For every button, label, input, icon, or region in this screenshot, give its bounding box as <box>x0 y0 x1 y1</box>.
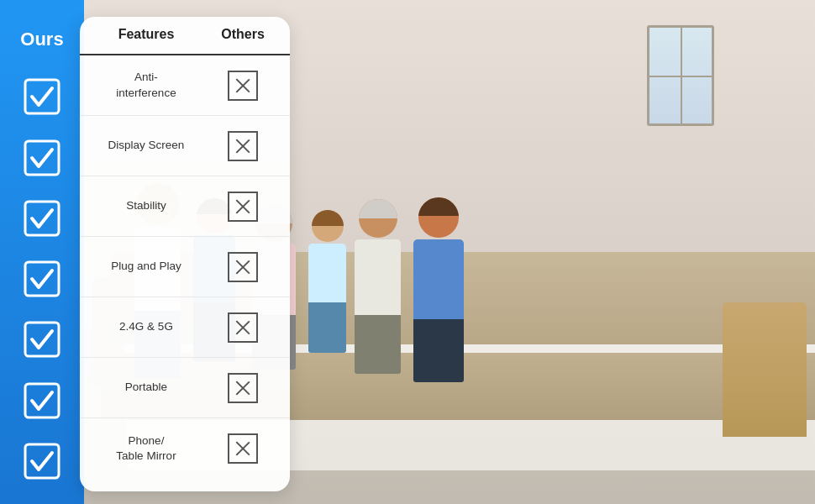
table-row-plug-play: Plug and Play <box>80 237 290 297</box>
x-mark-4 <box>228 252 258 282</box>
col-others-header: Others <box>204 27 281 45</box>
x-mark-5 <box>228 312 258 343</box>
x-mark-7 <box>228 433 258 464</box>
feature-stability: Stability <box>88 198 204 213</box>
x-mark-col-1 <box>204 71 281 101</box>
x-mark-2 <box>228 131 258 161</box>
x-mark-3 <box>228 192 258 222</box>
x-mark-col-6 <box>204 373 281 403</box>
table-row-phone-mirror: Phone/Table Mirror <box>80 418 290 479</box>
feature-2g-5g: 2.4G & 5G <box>88 319 204 334</box>
feature-display-screen: Display Screen <box>88 138 204 153</box>
side-table <box>723 302 807 437</box>
table-row-2g-5g: 2.4G & 5G <box>80 297 290 358</box>
feature-portable: Portable <box>88 380 204 395</box>
feature-plug-play: Plug and Play <box>88 259 204 274</box>
sidebar-label: Ours <box>20 24 63 55</box>
feature-phone-mirror: Phone/Table Mirror <box>88 433 204 464</box>
feature-anti-interference: Anti-interference <box>88 70 204 100</box>
x-mark-col-2 <box>204 131 281 161</box>
x-mark-col-5 <box>204 312 281 343</box>
x-mark-6 <box>228 373 258 403</box>
table-row-display-screen: Display Screen <box>80 116 290 176</box>
window-bar-v <box>681 28 682 123</box>
person-4 <box>308 210 346 353</box>
person-5 <box>355 199 401 374</box>
window <box>647 25 714 126</box>
check-icon-6 <box>24 382 60 419</box>
check-icon-1 <box>24 78 60 115</box>
col-features-header: Features <box>88 27 204 45</box>
table-row-stability: Stability <box>80 176 290 237</box>
table-row-portable: Portable <box>80 358 290 418</box>
check-icon-4 <box>24 260 60 297</box>
comparison-table: Features Others Anti-interference Displa… <box>80 17 290 491</box>
table-header: Features Others <box>80 17 290 55</box>
check-icon-7 <box>24 443 60 480</box>
x-mark-1 <box>228 71 258 101</box>
table-row-anti-interference: Anti-interference <box>80 55 290 116</box>
sidebar: Ours <box>0 0 84 504</box>
x-mark-col-7 <box>204 433 281 464</box>
check-icon-2 <box>24 139 60 176</box>
x-mark-col-4 <box>204 252 281 282</box>
x-mark-col-3 <box>204 192 281 222</box>
check-icon-3 <box>24 200 60 237</box>
check-icon-5 <box>24 321 60 358</box>
person-6 <box>413 197 464 382</box>
